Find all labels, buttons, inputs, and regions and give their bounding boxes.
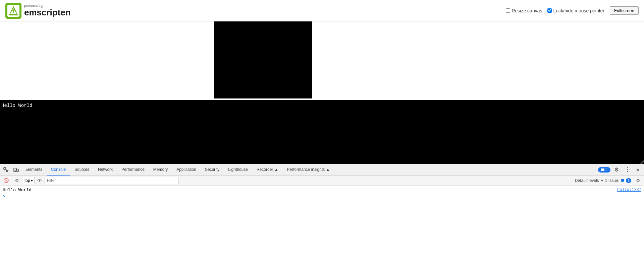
issues-icon (620, 178, 625, 183)
default-levels-label: Default levels (575, 178, 599, 183)
more-icon: ⋮ (625, 166, 630, 173)
tab-console[interactable]: Console (47, 164, 70, 176)
fullscreen-button[interactable]: Fullscreen (610, 6, 639, 15)
close-icon: ✕ (636, 167, 640, 173)
tab-performance-insights[interactable]: Performance insights ▲ (283, 164, 334, 176)
devtools-right-icons: 1 ⚙ ⋮ ✕ (598, 165, 643, 175)
resize-canvas-checkbox[interactable] (506, 8, 510, 13)
black-canvas (214, 21, 312, 98)
top-selector-value: top (24, 178, 30, 183)
console-prompt-icon: > (3, 194, 5, 199)
resize-canvas-text: Resize canvas (512, 8, 542, 13)
console-right-controls: Default levels ▾ 1 Issue: 1 ⚙ (575, 176, 643, 185)
chevron-down-icon-2: ▾ (601, 178, 603, 183)
eye-icon: 👁 (37, 178, 42, 183)
device-toolbar-button[interactable] (11, 165, 21, 175)
top-bar: powered by emscripten Resize canvas Lock… (0, 0, 644, 21)
console-input-line[interactable]: > (3, 193, 641, 200)
svg-rect-8 (4, 167, 6, 169)
console-settings-button[interactable]: ⚙ (633, 176, 643, 185)
console-log-line: Hello World hello:1237 (3, 187, 641, 193)
tab-lighthouse[interactable]: Lighthouse (224, 164, 252, 176)
resize-handle[interactable] (640, 160, 644, 164)
tab-memory[interactable]: Memory (149, 164, 172, 176)
top-controls: Resize canvas Lock/hide mouse pointer Fu… (506, 6, 639, 15)
output-area: Hello World (0, 100, 644, 164)
logo-area: powered by emscripten (5, 3, 71, 19)
clear-console-button[interactable]: 🚫 (1, 176, 11, 185)
console-log-text: Hello World (3, 188, 32, 193)
lock-mouse-checkbox[interactable] (547, 8, 552, 13)
gear-icon: ⚙ (614, 166, 619, 173)
tab-elements[interactable]: Elements (21, 164, 46, 176)
more-options-button[interactable]: ⋮ (623, 165, 632, 175)
logo-text-area: powered by emscripten (24, 4, 71, 17)
inspect-element-button[interactable] (1, 165, 11, 175)
issues-count: 1 (626, 178, 631, 183)
console-toolbar: 🚫 ⊘ top ▾ 👁 Default levels ▾ 1 Issue: 1 … (0, 176, 644, 186)
console-log-link[interactable]: hello:1237 (617, 188, 641, 193)
issues-label: 1 Issue: (605, 178, 619, 183)
output-text: Hello World (1, 103, 32, 108)
console-output: Hello World hello:1237 > (0, 186, 644, 206)
emscripten-title: emscripten (24, 8, 71, 17)
tab-performance[interactable]: Performance (117, 164, 149, 176)
tab-network[interactable]: Network (94, 164, 117, 176)
lock-mouse-text: Lock/hide mouse pointer (553, 8, 604, 13)
issues-badge[interactable]: 1 Issue: 1 (605, 178, 631, 183)
console-messages-badge[interactable]: 1 (598, 167, 610, 173)
tab-sources[interactable]: Sources (70, 164, 93, 176)
emscripten-logo-icon (5, 3, 21, 19)
svg-line-6 (641, 161, 644, 164)
resize-canvas-label[interactable]: Resize canvas (506, 8, 542, 13)
console-filter-input[interactable] (45, 177, 179, 184)
settings-button[interactable]: ⚙ (612, 165, 621, 175)
tab-application[interactable]: Application (172, 164, 200, 176)
svg-line-7 (643, 162, 644, 164)
svg-rect-13 (17, 169, 18, 172)
canvas-area (0, 21, 644, 100)
close-devtools-button[interactable]: ✕ (633, 165, 643, 175)
chevron-down-icon: ▾ (31, 178, 33, 183)
badge-count: 1 (606, 168, 608, 172)
devtools-panel: Elements Console Sources Network Perform… (0, 164, 644, 206)
tab-security[interactable]: Security (201, 164, 223, 176)
preserve-log-button[interactable]: ⊘ (12, 176, 21, 185)
devtools-toolbar: Elements Console Sources Network Perform… (0, 164, 644, 176)
eye-button[interactable]: 👁 (36, 177, 43, 184)
lock-mouse-label[interactable]: Lock/hide mouse pointer (547, 8, 604, 13)
tab-recorder[interactable]: Recorder ▲ (253, 164, 282, 176)
top-selector[interactable]: top ▾ (23, 177, 35, 184)
